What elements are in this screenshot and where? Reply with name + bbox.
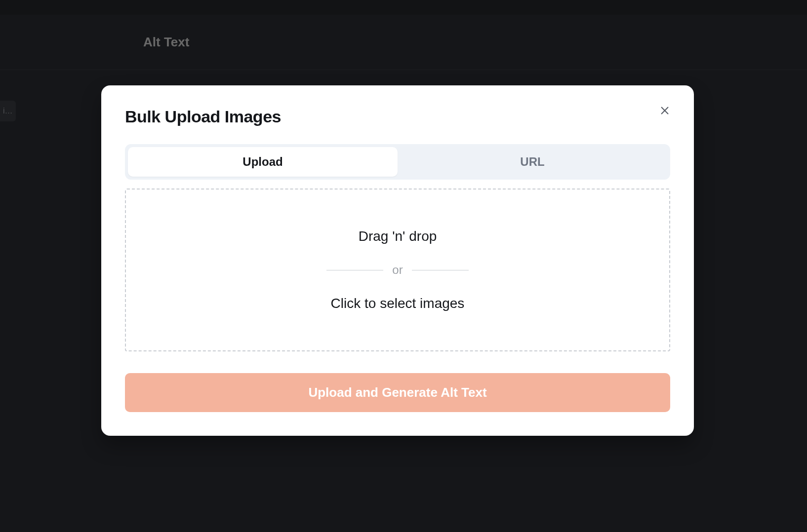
tab-upload[interactable]: Upload	[128, 147, 398, 177]
tab-label: URL	[520, 155, 544, 168]
dropzone-text-top: Drag 'n' drop	[359, 228, 437, 244]
bulk-upload-modal: Bulk Upload Images Upload URL Drag 'n' d…	[101, 85, 694, 436]
modal-title: Bulk Upload Images	[125, 107, 281, 126]
divider-text: or	[392, 263, 403, 277]
tab-label: Upload	[242, 155, 282, 168]
upload-mode-tabs: Upload URL	[125, 144, 670, 180]
close-icon	[659, 105, 670, 116]
modal-header: Bulk Upload Images	[125, 107, 670, 126]
dropzone-text-bottom: Click to select images	[331, 296, 465, 311]
button-label: Upload and Generate Alt Text	[308, 385, 486, 400]
dropzone-divider: or	[326, 263, 468, 277]
file-dropzone[interactable]: Drag 'n' drop or Click to select images	[125, 189, 670, 351]
close-button[interactable]	[657, 103, 672, 118]
tab-url[interactable]: URL	[398, 147, 667, 177]
divider-line-left	[326, 270, 383, 270]
upload-and-generate-button[interactable]: Upload and Generate Alt Text	[125, 373, 670, 412]
divider-line-right	[412, 270, 469, 270]
